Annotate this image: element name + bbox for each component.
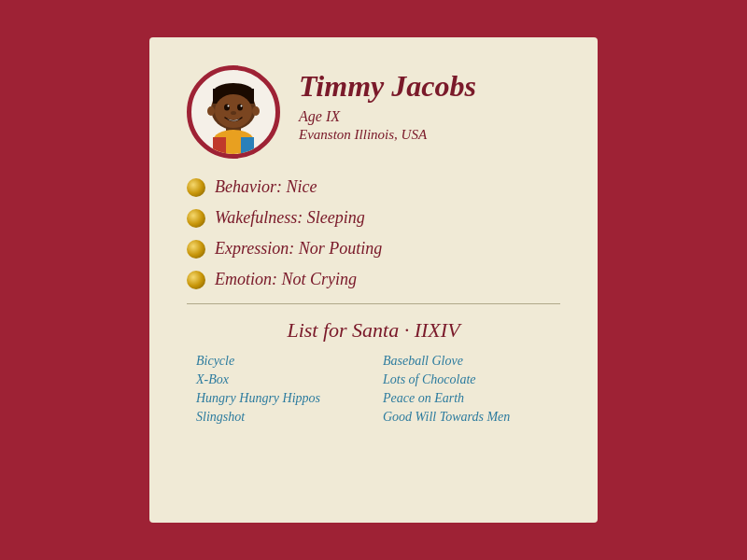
svg-point-15	[252, 106, 260, 116]
svg-point-10	[237, 105, 243, 111]
character-name: Timmy Jacobs	[299, 70, 476, 103]
stat-row-behavior: Behavior: Nice	[187, 177, 560, 197]
list-item: Bicycle	[196, 354, 364, 369]
svg-point-14	[207, 106, 215, 116]
svg-rect-3	[213, 137, 226, 154]
wish-list-grid: Bicycle Baseball Glove X-Box Lots of Cho…	[187, 354, 560, 425]
gold-ball-icon	[187, 209, 205, 228]
stat-wakefulness: Wakefulness: Sleeping	[215, 208, 365, 228]
stats-section: Behavior: Nice Wakefulness: Sleeping Exp…	[187, 177, 560, 289]
header-info: Timmy Jacobs Age IX Evanston Illinois, U…	[299, 65, 476, 143]
gold-ball-icon	[187, 271, 205, 289]
list-item: Slingshot	[196, 410, 364, 425]
list-item: Peace on Earth	[383, 391, 551, 406]
divider	[187, 303, 560, 304]
stat-row-emotion: Emotion: Not Crying	[187, 270, 560, 289]
list-item: Good Will Towards Men	[383, 410, 551, 425]
list-item: Hungry Hungry Hippos	[196, 391, 364, 406]
stat-behavior: Behavior: Nice	[215, 177, 317, 197]
stat-expression: Expression: Nor Pouting	[215, 239, 382, 259]
character-location: Evanston Illinois, USA	[299, 127, 476, 143]
svg-point-12	[241, 105, 243, 107]
svg-point-9	[224, 105, 230, 111]
gold-ball-icon	[187, 178, 205, 197]
character-age: Age IX	[299, 108, 476, 125]
svg-point-13	[231, 111, 236, 115]
svg-point-11	[228, 105, 230, 107]
card-header: Timmy Jacobs Age IX Evanston Illinois, U…	[187, 65, 560, 159]
gold-ball-icon	[187, 240, 205, 259]
list-header: List for Santa · IIXIV	[187, 318, 560, 343]
santa-card: Timmy Jacobs Age IX Evanston Illinois, U…	[149, 37, 598, 523]
avatar	[187, 65, 280, 159]
stat-row-expression: Expression: Nor Pouting	[187, 239, 560, 259]
stat-row-wakefulness: Wakefulness: Sleeping	[187, 208, 560, 228]
list-item: Lots of Chocolate	[383, 372, 551, 387]
list-item: Baseball Glove	[383, 354, 551, 369]
svg-rect-4	[241, 137, 254, 154]
list-item: X-Box	[196, 372, 364, 387]
stat-emotion: Emotion: Not Crying	[215, 270, 357, 289]
